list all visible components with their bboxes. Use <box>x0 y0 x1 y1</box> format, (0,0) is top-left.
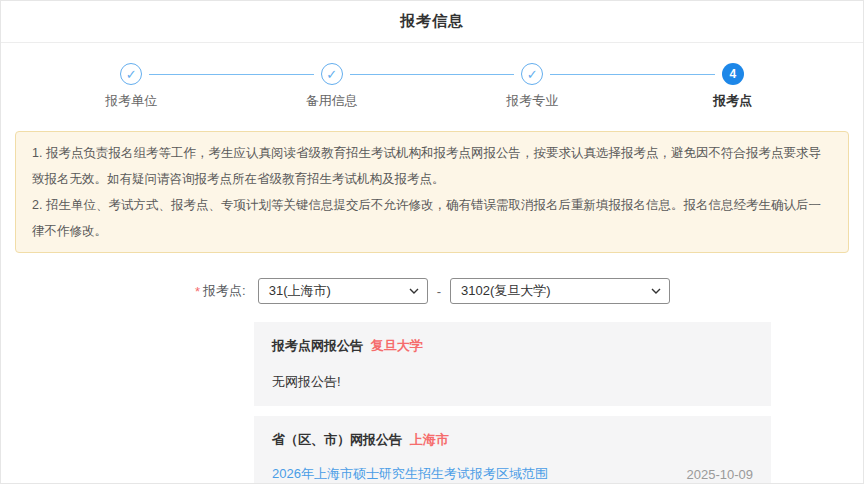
step-label: 报考专业 <box>506 92 558 110</box>
page-title: 报考信息 <box>400 12 464 31</box>
step-backup-info: ✓ 备用信息 <box>232 63 433 110</box>
announcement-date: 2025-10-09 <box>687 467 754 482</box>
province-select[interactable]: 31(上海市) <box>258 278 428 304</box>
site-announcement-header: 报考点网报公告 复旦大学 <box>272 337 753 355</box>
notice-line-2: 2. 招生单位、考试方式、报考点、专项计划等关键信息提交后不允许修改，确有错误需… <box>32 192 832 244</box>
exam-site-label: 报考点: <box>203 282 246 300</box>
step-label: 报考单位 <box>105 92 157 110</box>
step-exam-site: 4 报考点 <box>633 63 834 110</box>
step-label: 备用信息 <box>306 92 358 110</box>
notice-line-1: 1. 报考点负责报名组考等工作，考生应认真阅读省级教育招生考试机构和报考点网报公… <box>32 140 832 192</box>
chevron-down-icon <box>651 286 661 296</box>
step-application-unit: ✓ 报考单位 <box>31 63 232 110</box>
exam-site-select-value: 3102(复旦大学) <box>461 282 551 300</box>
exam-site-select[interactable]: 3102(复旦大学) <box>450 278 670 304</box>
province-name: 上海市 <box>410 432 449 447</box>
step-current-number: 4 <box>722 63 744 85</box>
step-label: 报考点 <box>713 92 752 110</box>
step-done-check-icon: ✓ <box>521 63 543 85</box>
province-announcement-title: 省（区、市）网报公告 <box>272 432 402 447</box>
required-asterisk: * <box>195 284 200 299</box>
province-announcement-panel: 省（区、市）网报公告 上海市 2026年上海市硕士研究生招生考试报考区域范围 2… <box>254 416 771 484</box>
step-done-check-icon: ✓ <box>321 63 343 85</box>
site-announcement-panel: 报考点网报公告 复旦大学 无网报公告! <box>254 322 771 406</box>
announcement-link-region-scope[interactable]: 2026年上海市硕士研究生招生考试报考区域范围 <box>272 465 548 483</box>
site-announcement-title: 报考点网报公告 <box>272 338 363 353</box>
step-application-major: ✓ 报考专业 <box>432 63 633 110</box>
chevron-down-icon <box>409 286 419 296</box>
step-done-check-icon: ✓ <box>120 63 142 85</box>
select-separator: - <box>437 284 441 299</box>
province-select-value: 31(上海市) <box>269 282 331 300</box>
no-announcement-text: 无网报公告! <box>272 373 753 391</box>
announcement-row: 2026年上海市硕士研究生招生考试报考区域范围 2025-10-09 <box>272 465 753 483</box>
province-announcement-header: 省（区、市）网报公告 上海市 <box>272 431 753 449</box>
exam-site-form-row: * 报考点: 31(上海市) - 3102(复旦大学) <box>1 278 863 304</box>
site-name: 复旦大学 <box>371 338 423 353</box>
application-info-page: 报考信息 ✓ 报考单位 ✓ 备用信息 ✓ 报考专业 4 报考点 1. 报考点负责… <box>0 0 864 484</box>
page-header: 报考信息 <box>1 1 863 43</box>
notice-box: 1. 报考点负责报名组考等工作，考生应认真阅读省级教育招生考试机构和报考点网报公… <box>15 131 849 253</box>
progress-stepper: ✓ 报考单位 ✓ 备用信息 ✓ 报考专业 4 报考点 <box>1 43 863 110</box>
